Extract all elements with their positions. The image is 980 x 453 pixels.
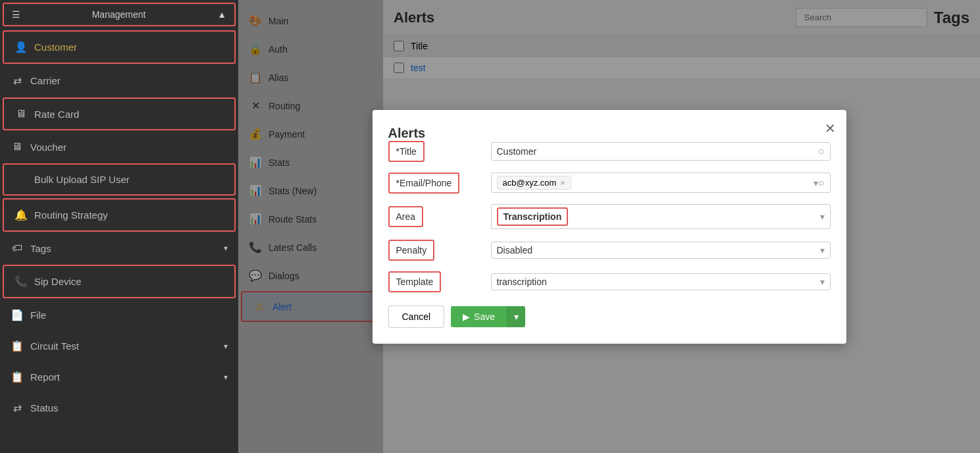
sidebar-item-rate-card[interactable]: 🖥 Rate Card [3,97,236,130]
penalty-dropdown-icon[interactable]: ▾ [820,245,825,255]
email-check-icon: ○ [818,177,825,189]
form-label-penalty: Penalty [388,240,480,261]
sidebar-item-label: Customer [34,41,77,53]
save-button[interactable]: ▶ Save [451,306,507,327]
alerts-modal: Alerts ✕ *Title Customer ○ *Email/Phone [373,110,846,344]
chevron-down-icon: ▾ [224,342,228,351]
form-row-template: Template transcription ▾ [388,271,831,292]
customer-icon: 👤 [14,41,28,53]
report-icon: 📋 [11,371,24,383]
form-label-title: *Title [388,141,480,162]
sidebar-item-status[interactable]: ⇄ Status [0,392,238,423]
sidebar-header[interactable]: ☰ Management ▲ [3,3,236,26]
modal-close-button[interactable]: ✕ [825,120,836,136]
form-label-email: *Email/Phone [388,173,480,194]
sidebar-item-label: Voucher [30,142,66,153]
template-value: transcription [497,277,820,287]
form-row-area: Area Transcription ▾ [388,204,831,229]
penalty-select[interactable]: Disabled ▾ [491,242,831,259]
sidebar: ☰ Management ▲ 👤 Customer ⇄ Carrier 🖥 Ra… [0,0,238,453]
modal-footer: Cancel ▶ Save ▾ [388,306,831,328]
sip-device-icon: 📞 [14,275,28,288]
tag-value: acb@xyz.com [503,178,557,188]
sidebar-item-label: Tags [30,243,51,254]
email-tag: acb@xyz.com × [497,176,571,190]
cancel-button[interactable]: Cancel [388,306,445,328]
template-select[interactable]: transcription ▾ [491,273,831,290]
sidebar-item-label: Routing Strategy [34,209,108,221]
sidebar-item-bulk-upload[interactable]: Bulk Upload SIP User [3,163,236,196]
save-dropdown-button[interactable]: ▾ [507,306,525,327]
tags-icon: 🏷 [11,242,24,254]
sidebar-item-label: Bulk Upload SIP User [34,174,130,185]
sidebar-item-label: Sip Device [34,276,82,287]
email-input[interactable]: acb@xyz.com × ▾ ○ [491,173,831,193]
penalty-value: Disabled [497,245,820,255]
sidebar-item-label: Status [30,402,59,413]
save-play-icon: ▶ [463,311,470,322]
sidebar-item-customer[interactable]: 👤 Customer [3,30,236,64]
form-row-penalty: Penalty Disabled ▾ [388,240,831,261]
title-input[interactable]: Customer ○ [491,142,831,161]
form-row-title: *Title Customer ○ [388,141,831,162]
sidebar-item-tags[interactable]: 🏷 Tags ▾ [0,233,238,263]
template-label-box: Template [388,271,442,292]
sidebar-item-label: Report [30,371,60,383]
sidebar-item-routing-strategy[interactable]: 🔔 Routing Strategy [3,198,236,232]
sidebar-item-circuit-test[interactable]: 📋 Circuit Test ▾ [0,331,238,361]
title-check-icon: ○ [818,146,825,157]
save-button-group: ▶ Save ▾ [451,306,525,327]
circuit-test-icon: 📋 [11,340,24,352]
sidebar-item-carrier[interactable]: ⇄ Carrier [0,65,238,96]
routing-strategy-icon: 🔔 [14,209,28,221]
sidebar-item-file[interactable]: 📄 File [0,300,238,331]
area-select[interactable]: Transcription ▾ [491,204,831,229]
sidebar-item-label: Rate Card [34,109,79,120]
area-label-box: Area [388,206,424,227]
save-label: Save [474,311,495,322]
sidebar-item-label: Carrier [30,75,61,86]
sidebar-item-label: Circuit Test [30,340,79,352]
title-label-box: *Title [388,141,425,162]
template-dropdown-icon[interactable]: ▾ [820,277,825,287]
voucher-icon: 🖥 [11,141,24,153]
sidebar-item-label: File [30,309,46,321]
chevron-up-icon: ▲ [217,9,226,20]
title-value: Customer [497,146,818,157]
sidebar-item-report[interactable]: 📋 Report ▾ [0,361,238,392]
sidebar-title: Management [92,9,146,20]
carrier-icon: ⇄ [11,74,24,87]
modal-overlay: Alerts ✕ *Title Customer ○ *Email/Phone [238,0,980,453]
area-value: Transcription [497,207,569,226]
email-label-box: *Email/Phone [388,173,460,194]
menu-icon: ☰ [12,9,20,20]
form-label-area: Area [388,206,480,227]
penalty-label-box: Penalty [388,240,435,261]
sidebar-item-sip-device[interactable]: 📞 Sip Device [3,265,236,298]
modal-title: Alerts [388,126,426,140]
email-dropdown-icon[interactable]: ▾ [813,178,818,188]
area-dropdown-icon[interactable]: ▾ [820,211,825,222]
form-row-email-phone: *Email/Phone acb@xyz.com × ▾ ○ [388,173,831,194]
status-icon: ⇄ [11,402,24,414]
chevron-down-icon: ▾ [224,244,228,253]
chevron-down-icon: ▾ [224,373,228,382]
form-label-template: Template [388,271,480,292]
sidebar-item-voucher[interactable]: 🖥 Voucher [0,132,238,162]
main-area: 🎨 Main 🔒 Auth 📋 Alias ✕ Routing 💰 Paymen… [238,0,980,453]
rate-card-icon: 🖥 [14,108,28,120]
file-icon: 📄 [11,309,24,321]
tag-remove-icon[interactable]: × [560,178,565,188]
